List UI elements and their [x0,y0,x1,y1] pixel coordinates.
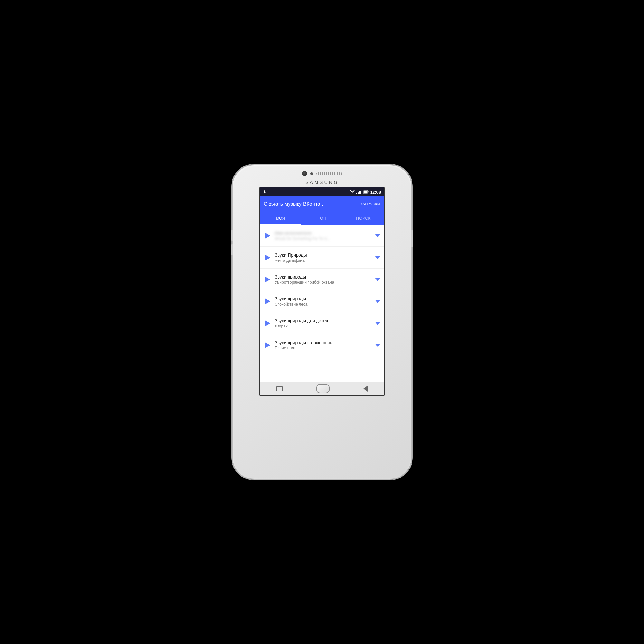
svg-rect-1 [368,191,368,193]
track-artist: мечта дельфина [275,258,372,263]
front-camera [302,171,307,176]
track-list-container: Имя исполнителя Would Do Something For T… [260,225,384,382]
menu-button[interactable] [276,386,283,391]
track-info: Звуки природы на всю ночь Пение птиц [271,340,375,350]
bottom-nav [260,382,384,395]
track-artist: Спокойствие леса [275,302,372,307]
download-notification-icon: ⬇ [263,190,266,194]
download-button[interactable] [375,256,380,259]
track-title: Звуки природы на всю ночь [275,340,372,345]
brand-logo: SAMSUNG [305,179,339,185]
download-button[interactable] [375,344,380,347]
play-icon [265,277,270,282]
play-icon [265,255,270,260]
play-button[interactable] [264,276,271,283]
tab-bar: МОЯ ТОП ПОИСК [260,212,384,225]
track-title: Звуки природы [275,274,372,279]
play-icon [265,298,270,304]
download-button[interactable] [375,322,380,325]
sensor-dot [310,172,313,175]
screen: ⬇ [260,187,384,395]
track-item: Звуки природы на всю ночь Пение птиц [260,334,384,356]
phone-top: SAMSUNG [233,165,411,187]
back-button[interactable] [363,386,368,392]
svg-rect-2 [363,191,367,193]
track-artist: в горах [275,324,372,328]
home-icon [316,384,330,393]
battery-icon [363,190,369,194]
track-item: Звуки природы Спокойствие леса [260,290,384,312]
track-item: Звуки Природы мечта дельфина [260,247,384,269]
tab-top[interactable]: ТОП [301,212,343,225]
play-button[interactable] [264,254,271,261]
track-info: Звуки Природы мечта дельфина [271,252,375,263]
play-button[interactable] [264,298,271,305]
back-icon [363,386,368,392]
menu-icon [276,386,283,391]
earpiece-speaker [316,172,342,175]
track-artist: Пение птиц [275,346,372,350]
status-left: ⬇ [263,190,266,194]
play-icon [265,233,270,239]
track-title: Имя исполнителя [275,231,372,236]
app-bar: Скачать музыку ВКонта... ЗАГРУЗКИ [260,196,384,212]
volume-down-button[interactable] [231,244,233,255]
track-item: Имя исполнителя Would Do Something For T… [260,225,384,247]
home-button[interactable] [316,384,330,393]
play-button[interactable] [264,341,271,349]
downloads-button[interactable]: ЗАГРУЗКИ [360,202,380,206]
track-item: Звуки природы Умиротворяющий прибой океа… [260,269,384,290]
tab-search[interactable]: ПОИСК [343,212,384,225]
download-button[interactable] [375,300,380,303]
track-title: Звуки Природы [275,252,372,258]
screen-wrapper: ⬇ [259,187,385,396]
track-info: Звуки природы для детей в горах [271,318,375,328]
track-artist: Would Do Something For To U... [275,236,372,241]
status-right: 12:08 [350,190,381,194]
wifi-icon [350,190,355,194]
play-icon [265,320,270,326]
track-item: Звуки природы для детей в горах [260,312,384,334]
status-time: 12:08 [370,190,381,194]
phone-device: SAMSUNG ⬇ [232,164,412,480]
top-sensors [302,171,342,176]
status-bar: ⬇ [260,187,384,196]
app-title: Скачать музыку ВКонта... [264,201,325,207]
signal-icon [356,190,361,194]
power-button[interactable] [411,230,413,247]
track-artist: Умиротворяющий прибой океана [275,280,372,285]
track-list: Имя исполнителя Would Do Something For T… [260,225,384,356]
track-title: Звуки природы для детей [275,318,372,323]
play-button[interactable] [264,232,271,240]
track-title: Звуки природы [275,296,372,301]
download-button[interactable] [375,234,380,237]
track-info: Звуки природы Умиротворяющий прибой океа… [271,274,375,285]
play-button[interactable] [264,319,271,327]
play-icon [265,342,270,348]
track-info: Имя исполнителя Would Do Something For T… [271,231,375,241]
track-info: Звуки природы Спокойствие леса [271,296,375,307]
download-button[interactable] [375,278,380,281]
tab-my[interactable]: МОЯ [260,212,301,225]
volume-up-button[interactable] [231,230,233,241]
